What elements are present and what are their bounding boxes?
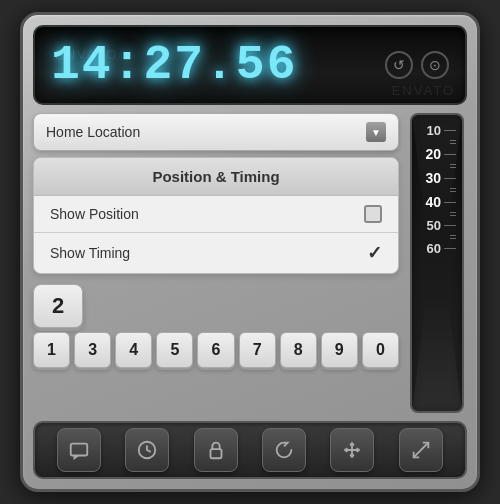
bottom-toolbar (33, 421, 467, 479)
ruler-row-40: 40 (418, 194, 456, 210)
ruler-row-t2 (418, 143, 456, 144)
num-key-1[interactable]: 1 (33, 332, 70, 368)
num-key-6[interactable]: 6 (197, 332, 234, 368)
num-key-9[interactable]: 9 (321, 332, 358, 368)
menu-item-timing[interactable]: Show Timing ✓ (34, 233, 398, 273)
ruler-row-t9 (418, 235, 456, 236)
resize-icon (410, 439, 432, 461)
num-2-row: 2 (33, 284, 399, 328)
location-dropdown[interactable]: Home Location ▼ (33, 113, 399, 151)
clock-ring-icon[interactable]: ⊙ (421, 51, 449, 79)
ruler-tick-t9 (450, 235, 456, 236)
ruler-tick-t8 (450, 215, 456, 216)
lock-icon (205, 439, 227, 461)
show-timing-label: Show Timing (50, 245, 130, 261)
show-position-label: Show Position (50, 206, 139, 222)
watermark-bottom: envato (392, 83, 455, 98)
ruler-tick-t5 (450, 188, 456, 189)
num-key-2[interactable]: 2 (33, 284, 83, 328)
clock-time: 14:27.56 (51, 38, 297, 92)
clock-button[interactable] (125, 428, 169, 472)
ruler-row-t5 (418, 188, 456, 189)
ruler-row-10: 10 (418, 123, 456, 138)
num-key-5[interactable]: 5 (156, 332, 193, 368)
ruler-label-60: 60 (421, 241, 441, 256)
num-key-4[interactable]: 4 (115, 332, 152, 368)
ruler-tick-10 (444, 130, 456, 131)
ruler-row-60: 60 (418, 241, 456, 256)
menu-header: Position & Timing (34, 158, 398, 196)
ruler-label-30: 30 (421, 170, 441, 186)
refresh-button[interactable] (262, 428, 306, 472)
ruler-label-50: 50 (421, 218, 441, 233)
timing-checkmark: ✓ (367, 242, 382, 264)
num-key-8[interactable]: 8 (280, 332, 317, 368)
refresh-icon[interactable]: ↺ (385, 51, 413, 79)
num-key-3[interactable]: 3 (74, 332, 111, 368)
ruler-tick-t4 (450, 167, 456, 168)
ruler-tick-t1 (450, 140, 456, 141)
clock-icon (136, 439, 158, 461)
resize-button[interactable] (399, 428, 443, 472)
ruler-tick-t2 (450, 143, 456, 144)
dropdown-arrow-icon: ▼ (366, 122, 386, 142)
position-checkbox[interactable] (364, 205, 382, 223)
menu-item-position[interactable]: Show Position (34, 196, 398, 233)
ruler-tick-t10 (450, 238, 456, 239)
ruler-row-50: 50 (418, 218, 456, 233)
ruler-row-t10 (418, 238, 456, 239)
numpad-row: 1 3 4 5 6 7 8 9 0 (33, 332, 399, 368)
lock-button[interactable] (194, 428, 238, 472)
ruler-label-20: 20 (421, 146, 441, 162)
main-content: Home Location ▼ Position & Timing Show P… (33, 113, 467, 413)
menu-panel: Position & Timing Show Position Show Tim… (33, 157, 399, 274)
ruler-row-20: 20 (418, 146, 456, 162)
ruler-tick-30 (444, 178, 456, 179)
ruler-tick-50 (444, 225, 456, 226)
ruler-tick-20 (444, 154, 456, 155)
move-button[interactable] (330, 428, 374, 472)
ruler-row-t8 (418, 215, 456, 216)
ruler-row-t3 (418, 164, 456, 165)
ruler[interactable]: 10 20 (410, 113, 464, 413)
ruler-row-30: 30 (418, 170, 456, 186)
numpad-area: 2 1 3 4 5 6 7 8 9 0 (33, 284, 399, 368)
clock-icons: ↺ ⊙ (385, 51, 449, 79)
ruler-label-10: 10 (421, 123, 441, 138)
ruler-tick-t3 (450, 164, 456, 165)
ruler-row-t1 (418, 140, 456, 141)
num-key-7[interactable]: 7 (239, 332, 276, 368)
svg-rect-0 (71, 444, 88, 456)
message-icon (68, 439, 90, 461)
ruler-row-t6 (418, 191, 456, 192)
ruler-tick-60 (444, 248, 456, 249)
ruler-tick-40 (444, 202, 456, 203)
ruler-tick-t7 (450, 212, 456, 213)
ruler-row-t7 (418, 212, 456, 213)
num-key-0[interactable]: 0 (362, 332, 399, 368)
ruler-row-t4 (418, 167, 456, 168)
device-container: envato 14:27.56 ↺ ⊙ envato Home Location… (20, 12, 480, 492)
clock-display: envato 14:27.56 ↺ ⊙ envato (33, 25, 467, 105)
move-icon (341, 439, 363, 461)
refresh-icon (273, 439, 295, 461)
dropdown-label: Home Location (46, 124, 140, 140)
ruler-label-40: 40 (421, 194, 441, 210)
svg-rect-2 (210, 449, 221, 458)
ruler-tick-t6 (450, 191, 456, 192)
message-button[interactable] (57, 428, 101, 472)
left-panel: Home Location ▼ Position & Timing Show P… (33, 113, 399, 413)
right-panel: 10 20 (407, 113, 467, 413)
